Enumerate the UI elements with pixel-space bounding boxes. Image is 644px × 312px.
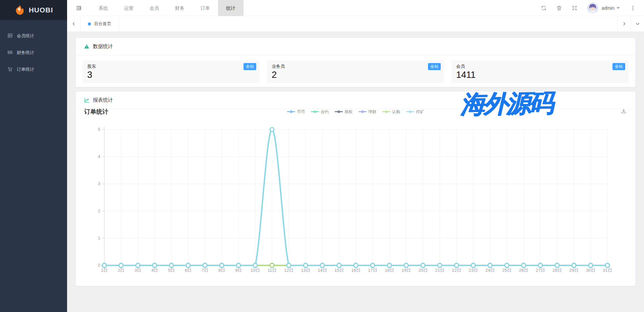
data-point-挖矿[interactable] [102,263,106,267]
data-point-挖矿[interactable] [354,263,358,267]
sidebar-item-会员统计[interactable]: 会员统计 [0,28,67,44]
nav-item-系统[interactable]: 系统 [91,0,116,16]
data-point-挖矿[interactable] [488,263,492,267]
warning-triangle-icon [84,44,90,49]
data-point-挖矿[interactable] [169,263,173,267]
data-point-挖矿[interactable] [605,263,609,267]
legend-marker-icon [359,111,367,112]
data-point-挖矿[interactable] [136,263,140,267]
tags-spacer [119,16,617,32]
legend-item-认购[interactable]: 认购 [382,109,400,115]
data-point-挖矿[interactable] [522,263,526,267]
topnav-menu: 系统运营会员财务订单统计 [91,0,244,16]
sidebar-item-label: 财务统计 [17,50,34,56]
nav-item-会员[interactable]: 会员 [142,0,167,16]
user-menu[interactable]: admin [602,5,620,11]
x-axis-label: 12日 [284,268,293,273]
data-point-挖矿[interactable] [270,127,274,132]
data-point-挖矿[interactable] [404,263,408,267]
stat-badge[interactable]: 全站 [428,63,441,70]
sidebar-menu: 会员统计财务统计订单统计 [0,20,67,78]
top-navbar: 系统运营会员财务订单统计 admin [67,0,644,16]
data-point-挖矿[interactable] [287,263,291,267]
collapse-menu-icon[interactable] [67,5,91,11]
main-content: 数据统计 股东3全站业务员2全站会员1411全站 报表统计 订单统计 币币合约期… [67,32,644,312]
stat-label: 会员 [456,63,624,69]
data-point-挖矿[interactable] [153,263,157,267]
order-stats-icon [7,66,13,73]
x-axis-label: 17日 [368,268,377,273]
avatar[interactable] [587,2,598,14]
line-chart-icon [84,97,90,103]
stat-card-会员: 会员1411全站 [451,60,629,83]
data-point-挖矿[interactable] [320,263,324,267]
legend-marker-icon [382,111,390,112]
tag-label: 后台首页 [94,21,111,27]
sidebar: HUOBI 会员统计财务统计订单统计 [0,0,67,312]
x-axis-label: 30日 [586,268,595,273]
trash-icon[interactable] [551,5,567,11]
data-point-挖矿[interactable] [337,263,341,267]
stat-badge[interactable]: 全站 [244,63,256,70]
legend-marker-icon [311,111,319,112]
tags-dropdown-icon[interactable] [631,16,644,32]
data-point-认购[interactable] [270,263,274,267]
x-axis-label: 24日 [485,268,494,273]
data-point-挖矿[interactable] [186,263,190,267]
legend-label: 币币 [297,109,305,115]
refresh-icon[interactable] [536,5,551,11]
legend-item-挖矿[interactable]: 挖矿 [406,109,424,115]
nav-item-统计[interactable]: 统计 [218,0,244,16]
data-stats-header: 数据统计 [76,38,635,55]
data-point-挖矿[interactable] [438,263,442,267]
brand-logo[interactable]: HUOBI [0,0,67,20]
nav-item-运营[interactable]: 运营 [116,0,142,16]
data-point-挖矿[interactable] [236,263,240,267]
data-point-挖矿[interactable] [471,263,475,267]
stat-badge[interactable]: 全站 [612,63,625,70]
x-axis-label: 31日 [603,268,612,273]
data-point-挖矿[interactable] [505,263,509,267]
data-point-挖矿[interactable] [572,263,576,267]
sidebar-item-财务统计[interactable]: 财务统计 [0,44,67,61]
tags-bar: 后台首页 [67,16,644,32]
more-vertical-icon[interactable] [625,5,641,11]
data-point-挖矿[interactable] [387,263,391,267]
y-axis-label: 5 [98,127,100,132]
legend-label: 挖矿 [416,109,424,115]
data-point-挖矿[interactable] [421,263,425,267]
x-axis-label: 9日 [235,268,242,273]
legend-item-期权[interactable]: 期权 [335,109,353,115]
legend-label: 期权 [344,109,353,115]
order-stats-chart[interactable]: 0123451日2日3日4日5日6日7日8日9日10日11日12日13日14日1… [83,120,629,278]
stat-value: 3 [87,70,255,80]
data-point-挖矿[interactable] [555,263,559,267]
download-icon[interactable] [621,108,627,116]
data-point-挖矿[interactable] [371,263,375,267]
nav-item-财务[interactable]: 财务 [167,0,193,16]
legend-marker-icon [335,111,343,112]
tags-scroll-right-icon[interactable] [617,16,631,32]
chart-header: 订单统计 币币合约期权理财认购挖矿 [84,106,627,117]
x-axis-label: 10日 [251,268,260,273]
y-axis-label: 0 [98,263,100,268]
data-point-挖矿[interactable] [304,263,308,267]
sidebar-item-订单统计[interactable]: 订单统计 [0,61,67,78]
legend-item-币币[interactable]: 币币 [287,109,305,115]
sidebar-item-label: 订单统计 [17,66,34,72]
fullscreen-icon[interactable] [567,5,582,11]
data-point-挖矿[interactable] [220,263,224,267]
tag-home[interactable]: 后台首页 [80,16,119,32]
data-point-挖矿[interactable] [119,263,123,267]
legend-label: 合约 [321,109,329,115]
data-point-挖矿[interactable] [538,263,542,267]
data-point-挖矿[interactable] [253,263,257,267]
tags-scroll-left-icon[interactable] [67,16,80,32]
nav-item-订单[interactable]: 订单 [193,0,218,16]
stat-label: 股东 [87,63,255,69]
legend-item-理财[interactable]: 理财 [359,109,376,115]
data-point-挖矿[interactable] [454,263,459,267]
data-point-挖矿[interactable] [589,263,593,267]
legend-item-合约[interactable]: 合约 [311,109,329,115]
data-point-挖矿[interactable] [203,263,207,267]
